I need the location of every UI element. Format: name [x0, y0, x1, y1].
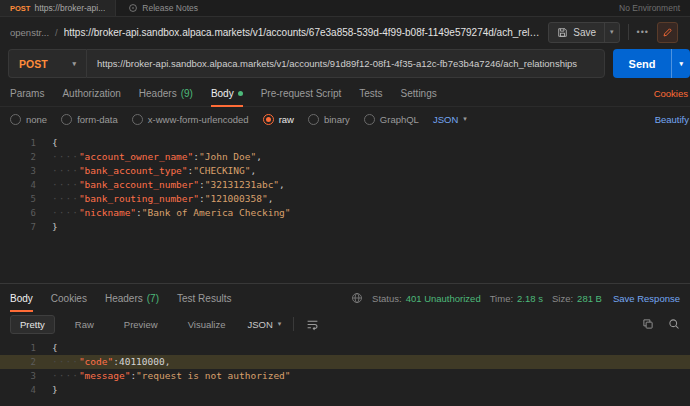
response-tab-test-results[interactable]: Test Results: [177, 285, 231, 311]
request-tab[interactable]: POST https://broker-api...: [0, 0, 116, 16]
toolbar-divider: [293, 317, 294, 331]
send-button[interactable]: Send ▾: [613, 49, 690, 78]
code-line[interactable]: 6····"nickname": "Bank of America Checki…: [0, 206, 690, 220]
response-tab-headers[interactable]: Headers(7): [105, 285, 159, 311]
copy-icon[interactable]: [642, 318, 654, 330]
method-select[interactable]: POST ▾: [8, 49, 86, 78]
more-actions-button[interactable]: •••: [637, 27, 649, 37]
line-number: 1: [0, 136, 52, 150]
pencil-icon: [662, 27, 673, 38]
response-body-editor[interactable]: 1{2····"code": 40110000,3····"message": …: [0, 337, 690, 406]
request-tab-settings[interactable]: Settings: [401, 80, 437, 106]
wrap-text-icon[interactable]: [306, 318, 319, 331]
indent-whitespace-dots: ····: [52, 178, 79, 192]
method-select-value: POST: [19, 58, 48, 70]
code-line[interactable]: 5····"bank_routing_number": "121000358",: [0, 192, 690, 206]
response-language-select[interactable]: JSON ▾: [247, 319, 281, 330]
save-response-button[interactable]: Save Response: [613, 293, 680, 304]
radio-icon: [308, 114, 319, 125]
edit-request-button[interactable]: [657, 22, 678, 43]
headers-count-badge: (9): [181, 88, 193, 99]
network-globe-icon[interactable]: [351, 292, 363, 304]
radio-icon: [132, 114, 143, 125]
token-key: "nickname": [79, 206, 136, 220]
radio-icon: [364, 114, 375, 125]
body-type-graphql-label: GraphQL: [380, 114, 419, 125]
response-toolbar: PrettyRawPreviewVisualize JSON ▾: [0, 311, 690, 337]
raw-language-select[interactable]: JSON ▾: [433, 114, 467, 125]
line-number: 1: [0, 341, 52, 355]
body-type-graphql[interactable]: GraphQL: [364, 114, 419, 125]
indent-whitespace-dots: ····: [52, 164, 79, 178]
request-tab-body[interactable]: Body: [211, 80, 243, 106]
body-type-binary-label: binary: [324, 114, 350, 125]
indent-whitespace-dots: ····: [52, 206, 79, 220]
response-tab-test-results-label: Test Results: [177, 293, 231, 304]
size-value: 281 B: [577, 293, 602, 304]
request-header: openstr... / https://broker-api.sandbox.…: [0, 17, 690, 47]
save-icon: [557, 27, 568, 38]
request-tab-body-label: Body: [211, 88, 234, 99]
token-punct: {: [52, 136, 58, 150]
response-view-pretty[interactable]: Pretty: [10, 315, 55, 334]
token-str: "John Doe": [199, 150, 256, 164]
save-options-caret[interactable]: ▾: [604, 23, 619, 42]
cookies-link[interactable]: Cookies: [654, 88, 688, 99]
line-number: 2: [0, 150, 52, 164]
line-number: 7: [0, 220, 52, 234]
save-button[interactable]: Save ▾: [548, 22, 619, 43]
request-tab-params[interactable]: Params: [10, 80, 44, 106]
request-tab-pre-request-script[interactable]: Pre-request Script: [261, 80, 342, 106]
code-line[interactable]: 1{: [0, 341, 690, 355]
raw-language-value: JSON: [433, 114, 458, 125]
token-str: "CHECKING": [193, 164, 250, 178]
code-line[interactable]: 3····"message": "request is not authoriz…: [0, 369, 690, 383]
code-line[interactable]: 2····"account_owner_name": "John Doe",: [0, 150, 690, 164]
code-line[interactable]: 3····"bank_account_type": "CHECKING",: [0, 164, 690, 178]
body-type-none-label: none: [26, 114, 47, 125]
time-label: Time:: [490, 293, 513, 304]
body-type-options: noneform-datax-www-form-urlencodedrawbin…: [10, 114, 419, 125]
code-line[interactable]: 7}: [0, 220, 690, 234]
body-type-none[interactable]: none: [10, 114, 47, 125]
code-line[interactable]: 1{: [0, 136, 690, 150]
request-header-actions: Save ▾ •••: [548, 22, 680, 43]
release-notes-button[interactable]: Release Notes: [128, 3, 198, 13]
body-type-raw[interactable]: raw: [263, 114, 294, 125]
token-str: "Bank of America Checking": [142, 206, 291, 220]
body-type-binary[interactable]: binary: [308, 114, 350, 125]
beautify-link[interactable]: Beautify: [655, 114, 689, 125]
breadcrumb[interactable]: openstr...: [10, 27, 49, 38]
environment-selector[interactable]: No Environment: [619, 3, 690, 13]
code-line[interactable]: 4····"bank_account_number": "32131231abc…: [0, 178, 690, 192]
token-str: "121000358": [205, 192, 268, 206]
send-options-caret[interactable]: ▾: [671, 49, 690, 78]
response-tab-cookies[interactable]: Cookies: [51, 285, 87, 311]
url-input[interactable]: https://broker-api.sandbox.alpaca.market…: [86, 49, 605, 78]
token-key: "bank_account_type": [79, 164, 188, 178]
request-title[interactable]: https://broker-api.sandbox.alpaca.market…: [64, 27, 543, 38]
response-view-visualize[interactable]: Visualize: [178, 315, 236, 334]
response-tab-body[interactable]: Body: [10, 285, 33, 311]
radio-icon: [263, 114, 274, 125]
search-icon[interactable]: [668, 318, 680, 330]
request-tab-authorization[interactable]: Authorization: [62, 80, 120, 106]
response-toolbar-icons: [642, 318, 680, 330]
status-label: Status:: [372, 293, 402, 304]
request-tab-headers[interactable]: Headers(9): [139, 80, 193, 106]
request-tab-tests[interactable]: Tests: [359, 80, 382, 106]
response-view-raw[interactable]: Raw: [65, 315, 104, 334]
radio-icon: [61, 114, 72, 125]
indent-whitespace-dots: ····: [52, 150, 79, 164]
code-line[interactable]: 2····"code": 40110000,: [0, 355, 690, 369]
code-line[interactable]: 4}: [0, 383, 690, 397]
request-tab-authorization-label: Authorization: [62, 88, 120, 99]
token-str: "request is not authorized": [136, 369, 290, 383]
request-body-editor[interactable]: 1{2····"account_owner_name": "John Doe",…: [0, 131, 690, 283]
body-type-form-data[interactable]: form-data: [61, 114, 118, 125]
response-view-preview[interactable]: Preview: [114, 315, 168, 334]
chevron-down-icon: ▾: [463, 115, 467, 123]
body-type-x-www-form-urlencoded[interactable]: x-www-form-urlencoded: [132, 114, 249, 125]
response-tab-cookies-label: Cookies: [51, 293, 87, 304]
save-button-label: Save: [573, 27, 596, 38]
